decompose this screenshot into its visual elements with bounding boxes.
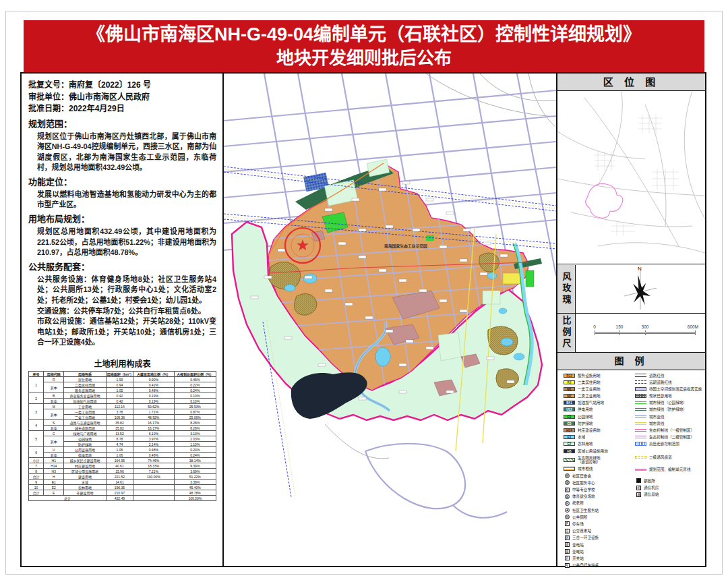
switch-station-icon: 开 [565, 556, 570, 560]
table-cell: 商业服务业设施用地 [64, 393, 106, 399]
legend-item: 城市黄线 [635, 422, 705, 426]
table-cell: R [44, 377, 64, 382]
legend-item-label: 托老所 [572, 501, 584, 505]
meta-line: 批准日期：2022年4月29日 [28, 103, 216, 115]
table-cell: 51.22% [174, 474, 216, 480]
legend-key-swatch: M2 [564, 394, 575, 398]
table-cell: 0.10% [174, 399, 216, 404]
table-cell [133, 496, 174, 501]
table-cell: 6 [29, 447, 44, 458]
legend-item: 服社区服务中心 [564, 480, 634, 485]
table-cell: 绿地与广场用地 [64, 431, 106, 436]
table-cell: 二类居住用地 [64, 382, 106, 388]
location-map [557, 91, 705, 264]
legend-item: E2农林用地 [564, 442, 634, 446]
table-cell: 48.78% [174, 490, 216, 496]
scale-bar: 0 150 300 600M [595, 324, 696, 342]
table-cell: 196.35 [106, 485, 133, 490]
table-cell: 3.38% [174, 480, 216, 485]
table-cell: 1.71% [133, 409, 174, 415]
legend-key-swatch: H3 [564, 449, 575, 453]
table-cell: 0.24% [174, 453, 216, 458]
table-cell: 二类工业用地 [64, 415, 106, 420]
section-heading: 规划范围： [28, 117, 216, 132]
table-cell: 3 [29, 404, 44, 420]
table-cell: U [44, 447, 64, 453]
wind-rose-label: 风玫瑰 [560, 272, 573, 306]
table-row: 10E2农林用地196.3545.40% [29, 485, 216, 490]
legend-item-label: 加油加气站用地 [578, 401, 604, 405]
legend-key-swatch: M1 [564, 387, 575, 391]
table-cell: 1.06 [106, 453, 133, 458]
legend-key-swatch: G2 [564, 422, 575, 426]
sanitation-facility-icon: 环 [565, 535, 570, 540]
table-cell: 0.87% [174, 409, 216, 415]
table-cell: 区域公用设施用地 [64, 469, 106, 474]
table-cell: 13.52 [106, 431, 133, 436]
scale-row: 比例尺 0 150 300 600M [557, 314, 705, 353]
table-cell: 100.00% [133, 474, 174, 480]
legend-key-dline [635, 422, 646, 425]
legend-key-hatch [564, 458, 575, 462]
table-cell: 35.82 [106, 420, 133, 426]
legend-item: 托托老所 [564, 501, 634, 506]
legend-item-label: 开关站 [572, 556, 584, 560]
legend-item: E1水域 [564, 435, 634, 439]
table-row: 总计432.49100.00% [29, 496, 216, 501]
legend-item-label: 变电站 [572, 550, 584, 554]
table-cell: 1.10% [174, 442, 216, 447]
table-cell [133, 490, 174, 496]
legend-item-label: 公交首末站 [572, 529, 591, 533]
legend-key-swatch: E2 [564, 442, 575, 446]
vocational-school-icon: 校 [565, 488, 570, 492]
bike-share-icon: 车 [565, 563, 570, 568]
legend-key-swatch: H14 [564, 428, 575, 432]
substation-icon: 变 [565, 542, 570, 547]
legend-item-label: 二类居住用地 [578, 380, 601, 384]
table-cell: 1 [29, 377, 44, 393]
legend-item: 变变电站 [564, 542, 634, 547]
table-row: 其中加油加气站用地0.420.19%0.10% [29, 399, 216, 404]
table-cell: 2 [29, 393, 44, 404]
table-cell: 3.78 [106, 409, 133, 415]
table-row: 2B商业服务业设施用地0.420.19%0.10% [29, 393, 216, 399]
north-label: N [638, 266, 642, 272]
table-cell: 0.24% [174, 388, 216, 393]
section-heading: 公共服务配套： [28, 260, 216, 274]
table-cell: 5 [29, 431, 44, 447]
side-panel: 区 位 图 [556, 72, 706, 567]
legend-item-label: 生态隔离绿地（廊道控制） [578, 456, 601, 464]
legend-item-label: 防护绿地 [578, 422, 593, 426]
table-cell: 1.06 [106, 447, 133, 453]
legend-key-swatch: U12 [564, 407, 575, 411]
legend-item-label: 停车场 [572, 522, 584, 526]
table-cell: 其中 [44, 409, 64, 420]
table-row: 7H14村庄建设用地40.6118.33%9.39% [29, 463, 216, 469]
table-row: 其中供电用地1.060.48%0.24% [29, 453, 216, 458]
legend-item-label: 水域 [578, 435, 585, 439]
title-line-1: 《佛山市南海区NH-G-49-04编制单元（石联社区）控制性详细规划》 [24, 22, 704, 47]
table-cell: 2.03% [174, 436, 216, 442]
table-cell: 8.28% [174, 420, 216, 426]
table-cell: 112.14 [106, 404, 133, 409]
table-cell: 农林用地 [64, 485, 106, 490]
table-cell: 25.06% [174, 415, 216, 420]
legend-key-linebox [564, 467, 575, 471]
south-loop-road [365, 444, 507, 518]
bus-terminus-icon: 交 [565, 529, 570, 533]
substation-icon: 变 [565, 549, 570, 554]
land-use-table-title: 土地利用构成表 [28, 357, 216, 369]
legend-key-roadline [635, 374, 646, 377]
table-header-cell: 用地面积（hm²） [106, 372, 133, 377]
meta-line: 批复文号：南府复〔2022〕126 号 [28, 80, 216, 92]
table-cell: 服务设施用地 [64, 388, 106, 393]
table-cell: 水域 [64, 480, 106, 485]
table-row: 3M工业用地112.1450.62%25.93% [29, 404, 216, 409]
table-cell: 0.48% [133, 388, 174, 393]
post-office-icon [636, 478, 641, 483]
legend-key-dline [635, 436, 646, 438]
table-cell: 其中 [44, 436, 64, 447]
table-cell: 0.10% [174, 393, 216, 399]
table-cell: 74.46% [133, 458, 174, 463]
table-cell: 0.24% [174, 447, 216, 453]
